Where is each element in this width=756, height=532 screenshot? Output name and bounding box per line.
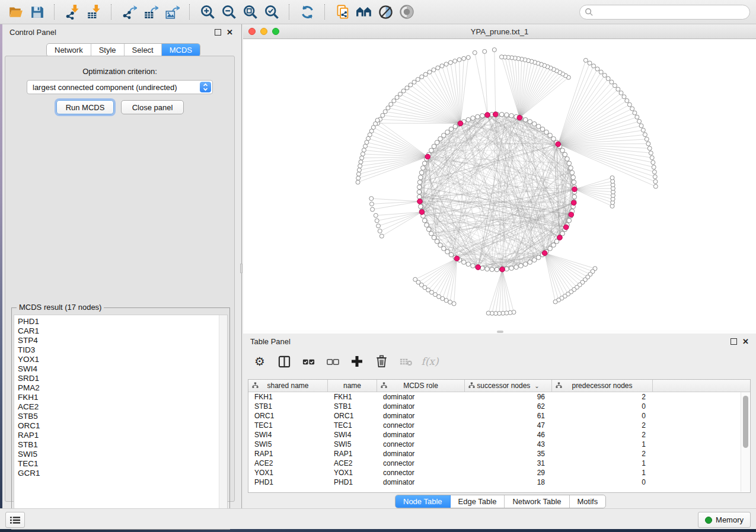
mcds-result-item[interactable]: RAP1 (14, 431, 219, 440)
cell-shared-name: TEC1 (248, 421, 328, 430)
table-row[interactable]: ORC1 ORC1 dominator 61 0 (248, 411, 750, 421)
export-network-icon[interactable] (120, 2, 139, 21)
cell-name: SWI5 (328, 440, 377, 449)
table-row[interactable]: RAP1 RAP1 dominator 35 2 (248, 449, 750, 459)
show-all-icon[interactable] (397, 2, 416, 21)
mcds-result-item[interactable]: YOX1 (14, 355, 219, 364)
table-settings-icon[interactable]: ⚙ (253, 354, 267, 368)
save-session-icon[interactable] (27, 2, 46, 21)
mcds-result-item[interactable]: CAR1 (14, 326, 219, 336)
memory-button[interactable]: Memory (698, 512, 751, 528)
column-header-shared-name[interactable]: shared name (248, 380, 328, 392)
zoom-in-icon[interactable] (198, 2, 217, 21)
float-panel-icon[interactable] (215, 29, 221, 36)
zoom-selected-icon[interactable] (262, 2, 281, 21)
zoom-fit-icon[interactable] (241, 2, 260, 21)
splitter-grip[interactable] (240, 264, 243, 273)
tab-select[interactable]: Select (125, 44, 162, 56)
tab-network-table[interactable]: Network Table (505, 495, 569, 508)
table-row[interactable]: YOX1 YOX1 connector 29 1 (248, 468, 750, 477)
mcds-result-item[interactable]: STB1 (14, 440, 219, 450)
hide-selected-icon[interactable] (376, 2, 395, 21)
export-image-icon[interactable] (162, 2, 181, 21)
mcds-result-item[interactable]: STB5 (14, 412, 219, 421)
close-panel-icon[interactable]: ✕ (742, 338, 749, 345)
function-builder-icon: f(x) (423, 354, 437, 368)
memory-label: Memory (716, 515, 744, 524)
table-row[interactable]: ACE2 ACE2 connector 31 1 (248, 459, 750, 468)
delete-icon[interactable] (374, 354, 388, 368)
table-row[interactable]: SWI4 SWI4 dominator 46 2 (248, 430, 750, 440)
toolbar-separator (324, 4, 326, 20)
cell-shared-name: ORC1 (248, 411, 328, 421)
mcds-result-item[interactable]: TID3 (14, 345, 219, 355)
mcds-result-item[interactable]: GCR1 (14, 469, 219, 478)
mcds-result-item[interactable]: PHD1 (14, 317, 219, 326)
import-table-icon[interactable] (84, 2, 103, 21)
select-all-icon[interactable] (301, 354, 315, 368)
search-input[interactable] (596, 7, 745, 17)
run-mcds-button[interactable]: Run MCDS (56, 100, 114, 114)
cell-mcds-role: dominator (377, 477, 465, 487)
zoom-out-icon[interactable] (219, 2, 238, 21)
tab-style[interactable]: Style (91, 44, 125, 56)
mcds-result-item[interactable]: ORC1 (14, 421, 219, 431)
tab-node-table[interactable]: Node Table (395, 495, 451, 508)
table-scrollbar[interactable] (741, 392, 749, 492)
table-row[interactable]: TEC1 TEC1 connector 47 2 (248, 421, 750, 430)
export-table-icon[interactable] (141, 2, 160, 21)
tab-edge-table[interactable]: Edge Table (451, 495, 505, 508)
float-panel-icon[interactable] (731, 338, 737, 345)
app-window: Control Panel ✕ Network Style Select MCD… (0, 0, 756, 532)
show-columns-icon[interactable] (277, 354, 291, 368)
cell-successor-nodes: 61 (465, 411, 552, 421)
search-box[interactable] (579, 5, 750, 20)
table-row[interactable]: FKH1 FKH1 dominator 96 2 (248, 392, 750, 402)
column-type-icon (468, 382, 475, 389)
table-row[interactable]: SWI5 SWI5 connector 43 1 (248, 440, 750, 449)
cell-successor-nodes: 29 (465, 468, 552, 477)
mcds-result-item[interactable]: PMA2 (14, 383, 219, 393)
first-neighbors-icon[interactable] (355, 2, 374, 21)
mcds-result-item[interactable]: SRD1 (14, 374, 219, 383)
column-type-icon (556, 382, 562, 389)
mcds-result-item[interactable]: FKH1 (14, 393, 219, 402)
delete-table-icon (398, 354, 413, 368)
clone-network-icon[interactable] (333, 2, 352, 21)
mcds-result-item[interactable]: SWI5 (14, 450, 219, 459)
add-icon[interactable] (350, 354, 364, 368)
node-table[interactable]: shared name name MCDS role successor nod… (248, 379, 751, 493)
table-row[interactable]: PHD1 PHD1 dominator 18 0 (248, 477, 750, 487)
splitter-grip[interactable] (497, 331, 503, 333)
mcds-result-list[interactable]: PHD1CAR1STP4TID3YOX1SWI4SRD1PMA2FKH1ACE2… (14, 315, 228, 527)
control-panel-title: Control Panel (9, 28, 56, 37)
cell-predecessor-nodes: 0 (552, 477, 653, 487)
column-header-predecessor-nodes[interactable]: predecessor nodes (552, 380, 653, 392)
deselect-all-icon[interactable] (326, 354, 340, 368)
mcds-list-scrollbar[interactable] (219, 315, 227, 526)
tab-network[interactable]: Network (47, 44, 91, 56)
log-console-button[interactable] (5, 512, 25, 528)
mcds-result-item[interactable]: ACE2 (14, 402, 219, 412)
refresh-icon[interactable] (298, 2, 317, 21)
column-header-successor-nodes[interactable]: successor nodes ⌄ (465, 380, 552, 392)
import-network-icon[interactable] (63, 2, 82, 21)
close-panel-icon[interactable]: ✕ (227, 28, 233, 36)
tab-motifs[interactable]: Motifs (570, 495, 606, 508)
column-header-name[interactable]: name (328, 380, 377, 392)
mcds-result-item[interactable]: STP4 (14, 336, 219, 345)
table-row[interactable]: STB1 STB1 dominator 62 0 (248, 402, 750, 411)
mcds-result-item[interactable]: SWI4 (14, 364, 219, 374)
open-session-icon[interactable] (6, 2, 25, 21)
tab-mcds[interactable]: MCDS (162, 44, 200, 56)
optimization-criterion-select[interactable]: largest connected component (undirected) (27, 80, 213, 94)
table-scrollbar-thumb[interactable] (743, 396, 748, 448)
close-panel-button[interactable]: Close panel (121, 100, 184, 114)
cell-predecessor-nodes: 1 (552, 468, 653, 477)
cell-name: FKH1 (328, 392, 377, 402)
cell-successor-nodes: 18 (465, 477, 552, 487)
column-header-mcds-role[interactable]: MCDS role (377, 380, 465, 392)
mcds-result-item[interactable]: TEC1 (14, 459, 219, 469)
cell-successor-nodes: 47 (465, 421, 552, 430)
network-canvas[interactable] (243, 39, 756, 330)
